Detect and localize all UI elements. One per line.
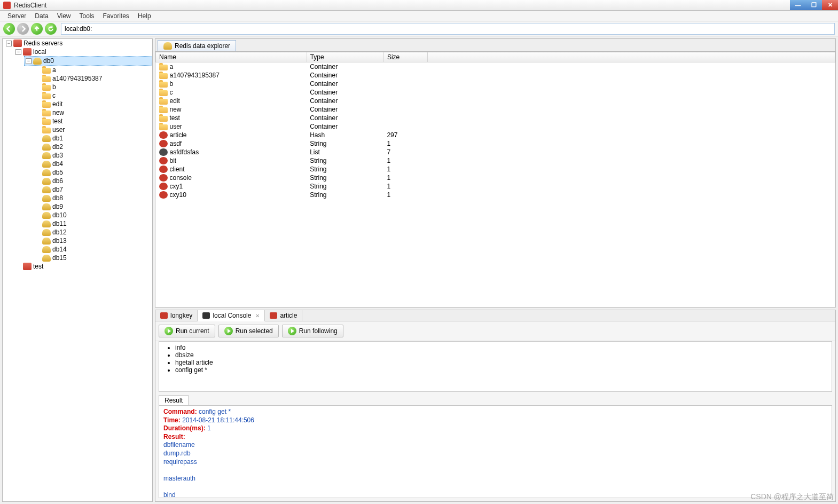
tree-label: user bbox=[52, 126, 65, 133]
table-row[interactable]: newContainer bbox=[156, 105, 835, 114]
run-button[interactable]: Run following bbox=[282, 325, 343, 337]
up-button[interactable] bbox=[31, 23, 43, 35]
bottom-tab[interactable]: article bbox=[265, 310, 302, 321]
command-line[interactable]: info bbox=[175, 344, 827, 351]
run-button[interactable]: Run current bbox=[159, 325, 215, 337]
cell-name: user bbox=[170, 123, 182, 130]
table-row[interactable]: articleHash297 bbox=[156, 131, 835, 139]
tree-label: db5 bbox=[52, 169, 63, 176]
menu-data[interactable]: Data bbox=[30, 12, 52, 20]
cell-name: asfdfdsfas bbox=[170, 148, 199, 156]
command-editor[interactable]: infodbsizehgetall articleconfig get * bbox=[159, 341, 832, 392]
cell-name: client bbox=[170, 166, 185, 173]
bottom-tab[interactable]: longkey bbox=[155, 310, 198, 321]
tree-folder[interactable]: c bbox=[34, 91, 152, 100]
table-row[interactable]: editContainer bbox=[156, 97, 835, 105]
tree-folder[interactable]: user bbox=[34, 125, 152, 134]
tree-db[interactable]: db4 bbox=[34, 160, 152, 168]
tree-db[interactable]: db10 bbox=[34, 211, 152, 219]
table-row[interactable]: cxy1String1 bbox=[156, 182, 835, 191]
tree-db0[interactable]: − db0 bbox=[24, 56, 152, 66]
menu-favorites[interactable]: Favorites bbox=[99, 12, 134, 20]
command-line[interactable]: dbsize bbox=[175, 351, 827, 359]
tree-folder[interactable]: edit bbox=[34, 100, 152, 108]
tree-db[interactable]: db5 bbox=[34, 168, 152, 177]
tab-result[interactable]: Result bbox=[159, 395, 189, 405]
table-row[interactable]: asdfString1 bbox=[156, 139, 835, 148]
table-row[interactable]: cContainer bbox=[156, 88, 835, 97]
tab-data-explorer[interactable]: Redis data explorer bbox=[158, 40, 236, 51]
tree-folder[interactable]: a bbox=[34, 66, 152, 74]
expand-icon[interactable]: − bbox=[26, 58, 32, 64]
breadcrumb-input[interactable]: local:db0: bbox=[61, 23, 835, 35]
table-row[interactable]: consoleString1 bbox=[156, 174, 835, 182]
tree-label: db13 bbox=[52, 237, 67, 245]
menubar: ServerDataViewToolsFavoritesHelp bbox=[0, 11, 838, 21]
tab-label: article bbox=[280, 312, 297, 319]
tree-folder[interactable]: new bbox=[34, 108, 152, 117]
run-toolbar: Run currentRun selectedRun following bbox=[155, 321, 835, 341]
column-header[interactable]: Type bbox=[307, 52, 383, 62]
table-row[interactable]: testContainer bbox=[156, 114, 835, 122]
tree-label: local bbox=[33, 48, 46, 56]
tree-db[interactable]: db13 bbox=[34, 237, 152, 245]
menu-view[interactable]: View bbox=[53, 12, 75, 20]
expand-icon[interactable]: − bbox=[15, 49, 21, 55]
tree-local[interactable]: − local bbox=[14, 48, 152, 56]
explorer-table-wrap[interactable]: NameTypeSize aContainera1407943195387Con… bbox=[155, 52, 835, 307]
maximize-button[interactable]: ❐ bbox=[806, 0, 822, 10]
table-row[interactable]: aContainer bbox=[156, 62, 835, 72]
db-icon bbox=[42, 195, 51, 202]
table-row[interactable]: a1407943195387Container bbox=[156, 71, 835, 80]
menu-tools[interactable]: Tools bbox=[75, 12, 99, 20]
result-line bbox=[163, 466, 827, 475]
tree-folder[interactable]: a1407943195387 bbox=[34, 74, 152, 83]
tree-db[interactable]: db12 bbox=[34, 228, 152, 237]
tree-folder[interactable]: test bbox=[34, 117, 152, 125]
bottom-tabs: longkeylocal Console✕article bbox=[155, 310, 835, 321]
sidebar-tree[interactable]: − Redis servers − local bbox=[2, 38, 153, 502]
tree-db[interactable]: db2 bbox=[34, 143, 152, 151]
cell-type: Container bbox=[307, 105, 383, 114]
table-row[interactable]: bitString1 bbox=[156, 156, 835, 165]
db-icon bbox=[42, 246, 51, 253]
table-row[interactable]: bContainer bbox=[156, 80, 835, 88]
tree-db[interactable]: db9 bbox=[34, 202, 152, 211]
run-button[interactable]: Run selected bbox=[218, 325, 279, 337]
tree-db[interactable]: db8 bbox=[34, 194, 152, 202]
refresh-button[interactable] bbox=[45, 23, 57, 35]
table-row[interactable]: userContainer bbox=[156, 122, 835, 131]
column-header[interactable]: Name bbox=[156, 52, 307, 62]
forward-button[interactable] bbox=[17, 23, 29, 35]
bottom-tab[interactable]: local Console✕ bbox=[198, 310, 265, 321]
back-button[interactable] bbox=[3, 23, 15, 35]
tree-db[interactable]: db14 bbox=[34, 245, 152, 254]
table-row[interactable]: asfdfdsfasList7 bbox=[156, 148, 835, 156]
command-line[interactable]: config get * bbox=[175, 366, 827, 374]
result-output[interactable]: Command: config get *Time: 2014-08-21 18… bbox=[159, 405, 832, 498]
tree-db[interactable]: db7 bbox=[34, 185, 152, 194]
tree-db[interactable]: db1 bbox=[34, 134, 152, 143]
menu-server[interactable]: Server bbox=[3, 12, 30, 20]
tree-folder[interactable]: b bbox=[34, 83, 152, 91]
tree-db[interactable]: db15 bbox=[34, 254, 152, 262]
command-line[interactable]: hgetall article bbox=[175, 359, 827, 366]
table-row[interactable]: clientString1 bbox=[156, 165, 835, 174]
tree-db[interactable]: db6 bbox=[34, 177, 152, 185]
cell-size: 297 bbox=[383, 131, 427, 139]
cell-name: article bbox=[170, 131, 187, 139]
menu-help[interactable]: Help bbox=[134, 12, 155, 20]
tree-label: c bbox=[52, 92, 56, 99]
tree-db[interactable]: db3 bbox=[34, 151, 152, 160]
tree-root[interactable]: − Redis servers bbox=[5, 39, 152, 48]
tree-label: db6 bbox=[52, 177, 63, 185]
minimize-button[interactable]: — bbox=[790, 0, 806, 10]
table-row[interactable]: cxy10String1 bbox=[156, 191, 835, 199]
expand-icon[interactable]: − bbox=[6, 41, 12, 46]
close-icon[interactable]: ✕ bbox=[255, 313, 260, 319]
tree-db[interactable]: db11 bbox=[34, 219, 152, 228]
tree-test[interactable]: test bbox=[14, 262, 152, 271]
close-button[interactable]: ✕ bbox=[822, 0, 838, 10]
column-header[interactable]: Size bbox=[383, 52, 427, 62]
folder-icon bbox=[42, 93, 51, 99]
